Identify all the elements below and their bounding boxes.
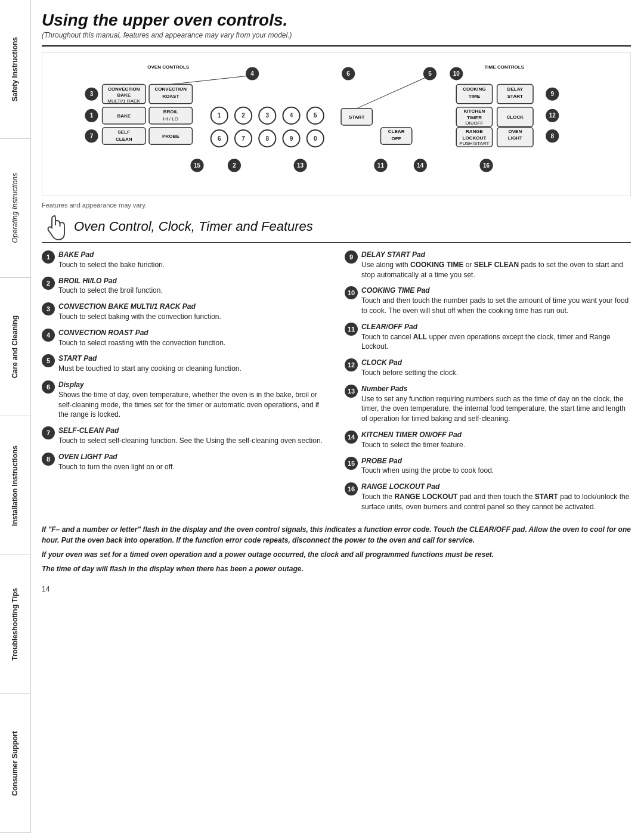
svg-text:2: 2	[233, 162, 236, 169]
svg-text:1: 1	[218, 112, 221, 119]
svg-text:SELF: SELF	[117, 129, 130, 135]
oven-controls-label: OVEN CONTROLS	[147, 64, 190, 70]
svg-text:7: 7	[90, 133, 94, 140]
feature-item-9: 9DELAY START PadUse along with COOKING T…	[345, 250, 631, 280]
svg-text:6: 6	[346, 70, 350, 77]
oven-controls-svg: OVEN CONTROLS TIME CONTROLS CONVECTION B…	[48, 58, 624, 189]
page-title: Using the upper oven controls.	[42, 11, 631, 30]
feature-num-11: 11	[345, 323, 358, 336]
sidebar-label-care: Care and Cleaning	[11, 315, 19, 378]
svg-text:OFF: OFF	[392, 136, 401, 141]
svg-text:KITCHEN: KITCHEN	[464, 109, 485, 114]
feature-text-2: BROIL HI/LO PadTouch to select the broil…	[58, 276, 328, 296]
svg-text:PROBE: PROBE	[162, 134, 179, 139]
section-header: Oven Control, Clock, Timer and Features	[42, 215, 631, 241]
svg-text:BROIL: BROIL	[163, 109, 178, 114]
feature-item-13: 13Number PadsUse to set any function req…	[345, 384, 631, 424]
feature-item-1: 1BAKE PadTouch to select the bake functi…	[42, 250, 328, 270]
svg-text:RANGE: RANGE	[466, 129, 484, 134]
feature-item-16: 16RANGE LOCKOUT PadTouch the RANGE LOCKO…	[345, 482, 631, 512]
svg-text:12: 12	[549, 112, 556, 119]
feature-item-2: 2BROIL HI/LO PadTouch to select the broi…	[42, 276, 328, 296]
svg-text:OVEN: OVEN	[508, 129, 522, 134]
sidebar: Safety Instructions Operating Instructio…	[0, 0, 31, 833]
feature-text-1: BAKE PadTouch to select the bake functio…	[58, 250, 328, 270]
feature-num-10: 10	[345, 286, 358, 299]
svg-text:14: 14	[417, 162, 424, 169]
features-grid: 1BAKE PadTouch to select the bake functi…	[42, 250, 631, 518]
feature-item-8: 8OVEN LIGHT PadTouch to turn the oven li…	[42, 452, 328, 472]
svg-text:LOCKOUT: LOCKOUT	[463, 135, 487, 141]
svg-text:16: 16	[483, 162, 490, 169]
svg-text:13: 13	[297, 162, 304, 169]
svg-text:MULTI/1 RACK: MULTI/1 RACK	[107, 98, 140, 104]
svg-text:CONVECTION: CONVECTION	[108, 86, 140, 92]
main-content: Using the upper oven controls. (Througho…	[31, 0, 644, 833]
svg-text:COOKING: COOKING	[463, 86, 485, 92]
svg-text:0: 0	[314, 135, 317, 142]
feature-item-7: 7SELF-CLEAN PadTouch to select self-clea…	[42, 426, 328, 446]
feature-text-5: START PadMust be touched to start any co…	[58, 354, 328, 374]
svg-text:CLEAR: CLEAR	[388, 129, 405, 134]
page-subtitle: (Throughout this manual, features and ap…	[42, 31, 631, 39]
feature-text-9: DELAY START PadUse along with COOKING TI…	[361, 250, 631, 280]
sidebar-label-operating: Operating Instructions	[11, 173, 19, 243]
feature-text-8: OVEN LIGHT PadTouch to turn the oven lig…	[58, 452, 328, 472]
feature-item-4: 4CONVECTION ROAST PadTouch to select roa…	[42, 328, 328, 348]
feature-item-5: 5START PadMust be touched to start any c…	[42, 354, 328, 374]
svg-text:11: 11	[377, 162, 385, 169]
features-left-col: 1BAKE PadTouch to select the bake functi…	[42, 250, 328, 518]
section-rule	[42, 242, 631, 243]
svg-text:8: 8	[550, 133, 554, 140]
feature-text-7: SELF-CLEAN PadTouch to select self-clean…	[58, 426, 328, 446]
feature-text-11: CLEAR/OFF PadTouch to cancel ALL upper o…	[361, 322, 631, 352]
svg-text:9: 9	[290, 135, 293, 142]
feature-item-3: 3CONVECTION BAKE MULTI/1 RACK PadTouch t…	[42, 302, 328, 322]
feature-num-3: 3	[42, 302, 55, 315]
note-1: If "F– and a number or letter" flash in …	[42, 524, 631, 546]
feature-num-14: 14	[345, 431, 358, 444]
feature-num-1: 1	[42, 250, 55, 264]
svg-text:4: 4	[290, 112, 293, 119]
svg-text:2: 2	[242, 112, 245, 119]
feature-text-13: Number PadsUse to set any function requi…	[361, 384, 631, 424]
svg-text:15: 15	[194, 162, 201, 169]
svg-text:CLEAN: CLEAN	[116, 137, 132, 142]
svg-text:4: 4	[250, 70, 254, 77]
svg-text:CONVECTION: CONVECTION	[154, 86, 187, 92]
feature-text-15: PROBE PadTouch when using the probe to c…	[361, 456, 631, 476]
features-right-col: 9DELAY START PadUse along with COOKING T…	[345, 250, 631, 518]
feature-num-4: 4	[42, 329, 55, 342]
feature-item-15: 15PROBE PadTouch when using the probe to…	[345, 456, 631, 476]
svg-text:LIGHT: LIGHT	[508, 135, 522, 141]
sidebar-label-troubleshooting: Troubleshooting Tips	[11, 588, 19, 661]
feature-num-5: 5	[42, 354, 55, 367]
svg-text:TIME: TIME	[469, 94, 481, 99]
feature-item-14: 14KITCHEN TIMER ON/OFF PadTouch to selec…	[345, 430, 631, 450]
sidebar-section-consumer: Consumer Support	[0, 694, 30, 833]
svg-text:TIMER: TIMER	[467, 115, 482, 120]
feature-item-12: 12CLOCK PadTouch before setting the cloc…	[345, 358, 631, 378]
svg-line-69	[171, 76, 246, 85]
feature-num-15: 15	[345, 457, 358, 470]
svg-text:5: 5	[314, 112, 317, 119]
feature-num-6: 6	[42, 380, 55, 394]
svg-text:5: 5	[428, 70, 432, 77]
sidebar-label-installation: Installation Instructions	[11, 445, 19, 526]
sidebar-section-care: Care and Cleaning	[0, 278, 30, 417]
feature-num-12: 12	[345, 358, 358, 371]
oven-diagram: OVEN CONTROLS TIME CONTROLS CONVECTION B…	[42, 52, 631, 196]
feature-text-4: CONVECTION ROAST PadTouch to select roas…	[58, 328, 328, 348]
svg-text:CLOCK: CLOCK	[507, 114, 524, 120]
feature-text-16: RANGE LOCKOUT PadTouch the RANGE LOCKOUT…	[361, 482, 631, 512]
svg-text:3: 3	[265, 112, 269, 119]
title-rule	[42, 45, 631, 47]
feature-num-2: 2	[42, 277, 55, 290]
feature-num-7: 7	[42, 426, 55, 439]
feature-text-6: DisplayShows the time of day, oven tempe…	[58, 380, 328, 420]
svg-text:6: 6	[218, 135, 221, 142]
feature-num-16: 16	[345, 482, 358, 496]
feature-item-6: 6DisplayShows the time of day, oven temp…	[42, 380, 328, 420]
sidebar-section-safety: Safety Instructions	[0, 0, 30, 139]
feature-text-12: CLOCK PadTouch before setting the clock.	[361, 358, 631, 378]
